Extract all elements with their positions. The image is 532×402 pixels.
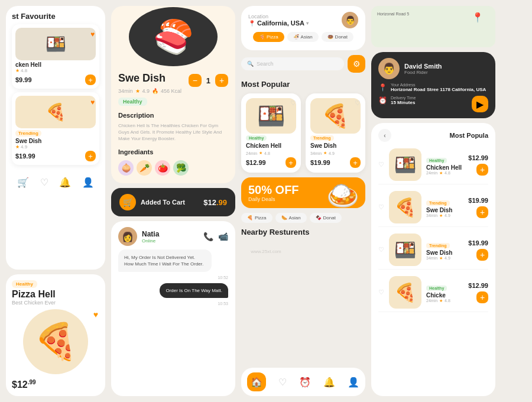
promo-text-group: 50% OFF Daily Deals	[248, 183, 299, 202]
delivery-label: Delivery Time	[391, 96, 416, 100]
ing-4: 🥦	[173, 160, 189, 176]
promo-banner[interactable]: 50% OFF Daily Deals 🍛	[241, 177, 365, 208]
fav-heart-1[interactable]: ♥	[90, 30, 95, 38]
dish-name: Swe Dish	[118, 72, 166, 85]
dish-meta: 34min ★ 4.9 🔥 456 Kcal	[118, 88, 228, 94]
counter-plus-btn[interactable]: +	[215, 74, 228, 87]
pop-add-btn-2[interactable]: +	[350, 157, 361, 168]
location-pin-icon: 📍	[248, 20, 255, 27]
pop-tag-1: Healthy	[246, 135, 267, 141]
delivery-action-btn[interactable]: ▶	[472, 96, 488, 112]
address-row: 📍 Your Address Horizonal Road Stree 1178…	[378, 83, 488, 92]
panel-item-info-4: Healthy Chicke 24min ★ 4.8	[426, 281, 463, 303]
call-icon[interactable]: 📞	[203, 232, 213, 241]
panel-add-btn-1[interactable]: +	[476, 164, 488, 176]
map-pin-icon: 📍	[472, 12, 484, 23]
pop-add-btn-1[interactable]: +	[286, 157, 296, 168]
pizza-tag: Healthy	[12, 280, 37, 288]
nav-bell-icon[interactable]: 🔔	[59, 177, 71, 188]
panel-item-2: ♡ 🍕 Trending Swe Dish 34min ★ 4.9 $19.99…	[378, 188, 488, 227]
cat-asian[interactable]: 🍜 Asian	[287, 32, 319, 42]
nearby-title: Nearby Resturents	[241, 228, 365, 236]
desc-title: Description	[118, 112, 228, 119]
panel-tag-2: Trending	[426, 200, 450, 206]
nav-heart-btn[interactable]: ♡	[278, 377, 287, 388]
fav-add-btn-1[interactable]: +	[85, 74, 96, 85]
location-info: Location 📍 California, USA ▾	[248, 14, 309, 27]
promo-food-img: 🍛	[326, 180, 359, 208]
nav-bell-btn[interactable]: 🔔	[323, 377, 335, 388]
video-icon[interactable]: 📹	[218, 232, 228, 241]
panel-item-info-2: Trending Swe Dish 34min ★ 4.9	[426, 196, 463, 218]
counter-minus-btn[interactable]: −	[189, 74, 202, 87]
bot-cat-pizza[interactable]: 🍕 Pizza	[241, 213, 273, 223]
address-value: Horizonal Road Stree 1178 California, US…	[391, 87, 486, 92]
panel-heart-4[interactable]: ♡	[378, 288, 384, 296]
rider-info: David Smith Food Rider	[404, 63, 442, 75]
cart-bar[interactable]: 🛒 Added To Cart $12.99	[111, 188, 235, 216]
panel-price-1: $12.99	[468, 154, 488, 161]
nav-heart-icon[interactable]: ♡	[40, 177, 48, 188]
counter-value: 1	[206, 76, 210, 85]
nav-cart-icon[interactable]: 🛒	[17, 177, 29, 188]
fav-add-btn-2[interactable]: +	[85, 151, 96, 161]
panel-name-3: Swe Dish	[426, 249, 463, 256]
bot-donat-icon: 🍫	[316, 215, 322, 221]
panel-heart-1[interactable]: ♡	[378, 161, 384, 168]
location-header: Location 📍 California, USA ▾ 👨	[248, 12, 358, 28]
delivery-value: 15 Minutes	[391, 100, 416, 105]
fav-item-1-meta: ★ 4.8	[15, 68, 27, 73]
panel-add-btn-4[interactable]: +	[476, 291, 488, 303]
nav-clock-btn[interactable]: ⏰	[299, 377, 311, 388]
filter-button[interactable]: ⚙	[348, 55, 365, 73]
search-box[interactable]: 🔍 Search	[241, 57, 344, 70]
bot-cat-donat[interactable]: 🍫 Donat	[310, 213, 342, 223]
nav-home-btn[interactable]: 🏠	[247, 372, 266, 391]
delivery-row: ⏰ Delivery Time 15 Minutes ▶	[378, 96, 488, 112]
fav-heart-2[interactable]: ♥	[90, 98, 95, 106]
panel-add-btn-3[interactable]: +	[476, 249, 488, 261]
panel-item-img-3: 🍱	[389, 234, 421, 266]
pop-star-2: ★	[323, 151, 327, 155]
most-popular-panel: ‹ Most Popula ♡ 🍱 Healthy Chicken Hell 2…	[371, 123, 495, 396]
panel-price-4: $12.99	[468, 282, 488, 289]
pizza-subtitle: Best Chicken Ever	[12, 300, 56, 306]
pop-heart-1[interactable]: ♡	[290, 99, 296, 107]
chat-msg-1: Hi, My Order Is Not Delivered Yet. How M…	[118, 249, 212, 272]
col3-bottom-nav: 🏠 ♡ ⏰ 🔔 👤	[241, 368, 365, 396]
pizza-heart[interactable]: ♥	[93, 310, 98, 319]
pop-star-1: ★	[259, 151, 262, 155]
location-value: 📍 California, USA ▾	[248, 20, 309, 27]
bottom-cats: 🍕 Pizza 🌭 Asian 🍫 Donat	[241, 213, 365, 223]
nav-user-btn[interactable]: 👤	[348, 377, 359, 388]
dish-main-img: 🍣	[129, 7, 218, 66]
chat-time-2: 10:53	[218, 302, 228, 306]
rider-name: David Smith	[404, 63, 442, 70]
rider-avatar: 👨	[378, 58, 400, 79]
fav-price-2: $19.99	[15, 153, 35, 160]
panel-add-btn-2[interactable]: +	[476, 206, 488, 218]
bot-cat-asian[interactable]: 🌭 Asian	[275, 213, 307, 223]
fav-item-2: 🍕 ♥ Trending Swe Dish ★ 4.9 $19.99 +	[12, 92, 99, 165]
cat-pizza[interactable]: 🍕 Pizza	[253, 32, 284, 42]
dish-detail-card: 🍣 Swe Dish − 1 + 34min ★ 4.9 🔥 456 Kcal …	[111, 6, 235, 183]
panel-price-actions-4: $12.99 +	[468, 282, 488, 303]
cat-donat[interactable]: 🍩 Donat	[322, 32, 353, 42]
panel-star-1: ★	[439, 171, 443, 176]
panel-heart-2[interactable]: ♡	[378, 203, 384, 211]
panel-item-4: ♡ 🍕 Healthy Chicke 24min ★ 4.8 $12.99 +	[378, 273, 488, 312]
popular-item-1: ♡ 🍱 Healthy Chicken Hell 24min ★ 4.8 $12…	[241, 93, 301, 173]
cart-label: Added To Cart	[141, 199, 185, 206]
ing-3: 🍅	[155, 160, 170, 176]
cart-bar-left: 🛒 Added To Cart	[119, 194, 185, 210]
pop-tag-2: Trending	[310, 135, 334, 141]
panel-back-btn[interactable]: ‹	[378, 129, 391, 142]
asian-icon: 🍜	[293, 34, 299, 40]
panel-heart-3[interactable]: ♡	[378, 246, 384, 254]
pop-heart-2[interactable]: ♡	[355, 99, 361, 107]
search-icon: 🔍	[247, 61, 254, 67]
nav-user-icon[interactable]: 👤	[82, 177, 94, 188]
address-icon: 📍	[378, 83, 387, 92]
fav-items-list: 🍱 ♥ cken Hell ★ 4.8 $9.99 + 🍕 ♥ Trending…	[12, 24, 99, 165]
user-avatar[interactable]: 👨	[342, 12, 358, 28]
